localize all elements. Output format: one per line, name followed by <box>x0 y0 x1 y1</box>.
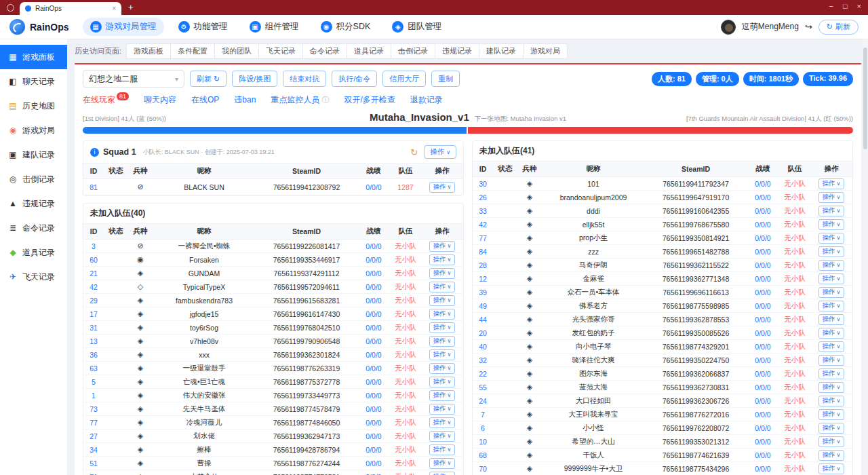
scrollbar-thumb[interactable] <box>863 48 867 149</box>
row-action-button[interactable]: 操作 ∨ <box>429 322 456 333</box>
row-action-button[interactable]: 操作 ∨ <box>818 192 845 203</box>
row-action-button[interactable]: 操作 ∨ <box>429 336 456 347</box>
row-action-button[interactable]: 操作 ∨ <box>818 287 845 298</box>
row-action-button[interactable]: 操作 ∨ <box>818 260 845 271</box>
row-action-button[interactable]: 操作 ∨ <box>429 390 456 401</box>
match-tab[interactable]: 在线玩家81 <box>83 94 129 106</box>
maximize-icon[interactable]: □ <box>843 2 848 10</box>
nav-item[interactable]: ◉ 积分SDK <box>313 18 378 36</box>
row-action-button[interactable]: 操作 ∨ <box>429 472 456 475</box>
avatar[interactable] <box>721 20 736 35</box>
row-action-button[interactable]: 操作 ∨ <box>818 301 845 311</box>
logout-icon[interactable]: ↪ <box>805 22 812 32</box>
player-id[interactable]: 32 <box>473 356 493 364</box>
close-icon[interactable]: × <box>857 2 861 10</box>
player-id[interactable]: 12 <box>473 275 493 283</box>
tab-close-icon[interactable]: × <box>112 5 116 12</box>
history-page-link[interactable]: 游戏对局 <box>523 43 568 59</box>
row-action-button[interactable]: 操作 ∨ <box>429 377 456 387</box>
row-action-button[interactable]: 操作 ∨ <box>818 206 845 216</box>
toolbar-button[interactable]: 执行/命令 <box>332 71 377 87</box>
toolbar-button[interactable]: 重制 <box>431 71 460 87</box>
row-action-button[interactable]: 操作 ∨ <box>429 444 456 455</box>
row-action-button[interactable]: 操作 ∨ <box>818 355 845 366</box>
squad-action-button[interactable]: 操作 ∨ <box>424 145 456 159</box>
player-id[interactable]: 33 <box>473 207 493 215</box>
row-action-button[interactable]: 操作 ∨ <box>429 295 456 306</box>
row-action-button[interactable]: 操作 ∨ <box>818 314 845 325</box>
toolbar-button[interactable]: 结束对抗 <box>283 71 326 87</box>
player-id[interactable]: 28 <box>473 261 493 269</box>
row-action-button[interactable]: 操作 ∨ <box>429 417 456 428</box>
player-id[interactable]: 63 <box>83 364 104 373</box>
sidebar-item[interactable]: ▦ 游戏面板 <box>0 45 67 69</box>
player-id[interactable]: 77 <box>473 234 493 242</box>
refresh-icon[interactable]: ↻ <box>410 147 418 157</box>
match-tab[interactable]: 重点监控人员ⓘ <box>271 94 329 106</box>
player-id[interactable]: 21 <box>83 269 104 278</box>
match-tab[interactable]: 聊天内容 <box>144 94 176 106</box>
match-tab[interactable]: 在线OP <box>191 94 219 106</box>
row-action-button[interactable]: 操作 ∨ <box>429 268 456 279</box>
row-action-button[interactable]: 操作 ∨ <box>429 349 456 360</box>
player-id[interactable]: 36 <box>83 351 104 359</box>
player-id[interactable]: 6 <box>473 424 493 432</box>
row-action-button[interactable]: 操作 ∨ <box>818 463 845 474</box>
sidebar-item[interactable]: ◎ 击倒记录 <box>0 167 67 191</box>
nav-item[interactable]: ⚙ 功能管理 <box>171 18 235 36</box>
player-id[interactable]: 55 <box>473 383 493 392</box>
sidebar-item[interactable]: ◉ 游戏对局 <box>0 118 67 142</box>
toolbar-button[interactable]: 信用大厅 <box>382 71 426 87</box>
row-action-button[interactable]: 操作 ∨ <box>429 282 456 292</box>
player-id[interactable]: 26 <box>473 193 493 202</box>
browser-menu-icon[interactable] <box>7 4 14 12</box>
sidebar-item[interactable]: ✈ 飞天记录 <box>0 265 67 289</box>
player-id[interactable]: 30 <box>473 180 493 188</box>
match-tab[interactable]: 退款记录 <box>410 94 443 106</box>
player-id[interactable]: 49 <box>473 302 493 310</box>
history-page-link[interactable]: 违规记录 <box>435 43 479 59</box>
history-page-link[interactable]: 条件配置 <box>170 43 215 59</box>
player-id[interactable]: 29 <box>83 297 104 305</box>
match-tab[interactable]: 双开/多开检查 <box>344 94 395 106</box>
player-id[interactable]: 20 <box>473 329 493 337</box>
minimize-icon[interactable]: − <box>829 2 833 10</box>
player-id[interactable]: 42 <box>473 221 493 229</box>
player-id[interactable]: 70 <box>473 465 493 473</box>
player-id[interactable]: 39 <box>473 288 493 297</box>
history-page-link[interactable]: 命令记录 <box>302 43 347 59</box>
player-id[interactable]: 77 <box>83 419 104 427</box>
history-page-link[interactable]: 飞天记录 <box>258 43 303 59</box>
row-action-button[interactable]: 操作 ∨ <box>818 341 845 352</box>
window-scrollbar[interactable] <box>863 39 868 475</box>
history-page-link[interactable]: 游戏面板 <box>126 43 171 59</box>
sidebar-item[interactable]: ≣ 命令记录 <box>0 216 67 240</box>
player-id[interactable]: 73 <box>83 405 104 413</box>
row-action-button[interactable]: 操作 ∨ <box>429 254 456 265</box>
player-id[interactable]: 24 <box>473 397 493 405</box>
player-id[interactable]: 34 <box>83 446 104 454</box>
player-id[interactable]: 84 <box>473 248 493 256</box>
row-action-button[interactable]: 操作 ∨ <box>818 382 845 393</box>
player-id[interactable]: 40 <box>473 343 493 351</box>
row-action-button[interactable]: 操作 ∨ <box>429 241 456 252</box>
row-action-button[interactable]: 操作 ∨ <box>429 182 456 193</box>
player-id[interactable]: 44 <box>473 316 493 324</box>
player-id[interactable]: 27 <box>83 432 104 440</box>
row-action-button[interactable]: 操作 ∨ <box>818 436 845 447</box>
history-page-link[interactable]: 建队记录 <box>479 43 524 59</box>
player-id[interactable]: 68 <box>473 451 493 459</box>
player-id[interactable]: 3 <box>83 242 104 250</box>
row-action-button[interactable]: 操作 ∨ <box>818 219 845 230</box>
player-id[interactable]: 5 <box>83 378 104 386</box>
player-id[interactable]: 31 <box>83 324 104 332</box>
player-id[interactable]: 7 <box>473 411 493 419</box>
row-action-button[interactable]: 操作 ∨ <box>818 396 845 406</box>
player-id[interactable]: 1 <box>83 392 104 400</box>
sidebar-item[interactable]: ◧ 聊天记录 <box>0 69 67 94</box>
row-action-button[interactable]: 操作 ∨ <box>818 450 845 461</box>
player-id[interactable]: 51 <box>83 459 104 468</box>
sidebar-item[interactable]: ▲ 违规记录 <box>0 191 67 216</box>
new-tab-button[interactable]: + <box>128 2 134 12</box>
row-action-button[interactable]: 操作 ∨ <box>818 178 845 189</box>
